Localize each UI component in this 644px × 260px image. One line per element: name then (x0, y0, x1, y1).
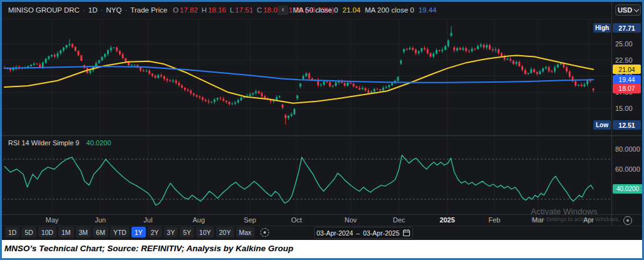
rsi-axis-badge: 40.0200 (613, 184, 643, 194)
calendar-icon[interactable] (402, 229, 411, 237)
range-button-5Y[interactable]: 5Y (180, 227, 194, 237)
chevron-left-icon[interactable]: ‹ (277, 6, 289, 15)
month-label-2025: 2025 (439, 216, 454, 224)
price-tick: 15.00 (615, 105, 633, 112)
ma50-value: 21.04 (342, 6, 360, 14)
chart-canvas[interactable] (0, 0, 644, 240)
date-separator: – (356, 229, 360, 237)
range-settings-gear-icon[interactable] (260, 228, 269, 237)
high-badge-value: 27.71 (613, 23, 641, 33)
month-label-Aug: Aug (193, 216, 205, 224)
range-button-1Y[interactable]: 1Y (131, 227, 146, 237)
ma200-value: 19.44 (419, 6, 437, 14)
ma-legend[interactable]: MA 50 close 0 21.04 MA 200 close 0 19.44 (293, 5, 442, 15)
date-from: 03-Apr-2024 (317, 229, 353, 237)
currency-label: USD (618, 6, 632, 14)
rsi-tick: 60.0000 (615, 165, 640, 173)
date-to: 03-Apr-2025 (363, 229, 399, 237)
ma50-axis-badge: 21.04 (613, 65, 641, 74)
month-label-Feb: Feb (488, 216, 500, 224)
range-button-6M[interactable]: 6M (93, 227, 108, 237)
range-button-20Y[interactable]: 20Y (216, 227, 234, 237)
high-value: 18.16 (208, 6, 226, 14)
currency-dropdown[interactable]: USD (615, 4, 641, 16)
interval-label[interactable]: 1D (88, 6, 98, 14)
ma200-label: MA 200 close 0 (365, 6, 414, 14)
open-label: O (173, 6, 178, 14)
high-badge-label: High (593, 23, 611, 33)
ma200-axis-badge: 19.44 (613, 75, 641, 85)
rsi-indicator-legend[interactable]: RSI 14 Wilder Simple 9 40.0200 (8, 139, 111, 147)
rsi-label: RSI 14 Wilder Simple 9 (8, 139, 79, 147)
date-range-picker[interactable]: 03-Apr-2024 – 03-Apr-2025 (314, 227, 413, 239)
range-button-2Y[interactable]: 2Y (148, 227, 162, 237)
month-label-Sep: Sep (244, 216, 257, 224)
range-button-YTD[interactable]: YTD (110, 227, 130, 237)
chart-window: MINISO GROUP DRC · 1D · NYQ · Trade Pric… (0, 0, 644, 260)
price-type-label: Trade Price (130, 6, 167, 14)
range-button-3M[interactable]: 3M (76, 227, 91, 237)
low-badge-label: Low (593, 120, 611, 130)
chart-caption: MNSO’s Technical Chart; Source: REFINITI… (4, 244, 294, 253)
separator: · (101, 6, 103, 14)
range-button-5D[interactable]: 5D (21, 227, 36, 237)
last-price-badge: 18.07 (613, 84, 641, 93)
close-label: C (257, 6, 262, 14)
rsi-tick: 80.0000 (615, 145, 640, 153)
low-value: 17.51 (235, 6, 253, 14)
chevron-down-icon (634, 6, 639, 11)
high-label: H (202, 6, 207, 14)
month-label-May: May (46, 216, 59, 224)
month-label-Mar: Mar (532, 216, 544, 224)
range-button-Max[interactable]: Max (236, 227, 255, 237)
symbol-name: MINISO GROUP DRC (8, 6, 79, 14)
timeframe-toolbar: 1D5D10D1M3M6MYTD1Y2Y3Y5Y10Y20YMax (5, 227, 269, 237)
exchange-label: NYQ (106, 6, 122, 14)
range-button-10D[interactable]: 10D (38, 227, 56, 237)
ma50-label: MA 50 close 0 (293, 6, 338, 14)
month-label-Jul: Jul (144, 216, 153, 224)
range-button-1D[interactable]: 1D (5, 227, 19, 237)
range-button-1M[interactable]: 1M (58, 227, 74, 237)
month-label-Nov: Nov (345, 216, 357, 224)
low-label: L (230, 6, 233, 14)
month-label-Dec: Dec (393, 216, 406, 224)
month-label-Jun: Jun (95, 216, 106, 224)
price-tick: 25.00 (615, 40, 633, 48)
separator: · (125, 6, 127, 14)
separator: · (83, 6, 85, 14)
rsi-current-value: 40.0200 (86, 139, 111, 147)
month-label-Apr: Apr (583, 216, 594, 224)
month-label-Oct: Oct (291, 216, 302, 224)
open-value: 17.82 (180, 6, 198, 14)
axis-target-icon[interactable] (623, 216, 632, 225)
caption-strip: MNSO’s Technical Chart; Source: REFINITI… (0, 240, 644, 260)
time-axis[interactable]: MayJunJulAugSepOctNovDec2025FebMarApr (0, 216, 611, 225)
low-badge-value: 12.51 (613, 120, 641, 130)
range-button-10Y[interactable]: 10Y (196, 227, 214, 237)
price-tick: 22.50 (615, 56, 633, 64)
range-button-3Y[interactable]: 3Y (164, 227, 178, 237)
